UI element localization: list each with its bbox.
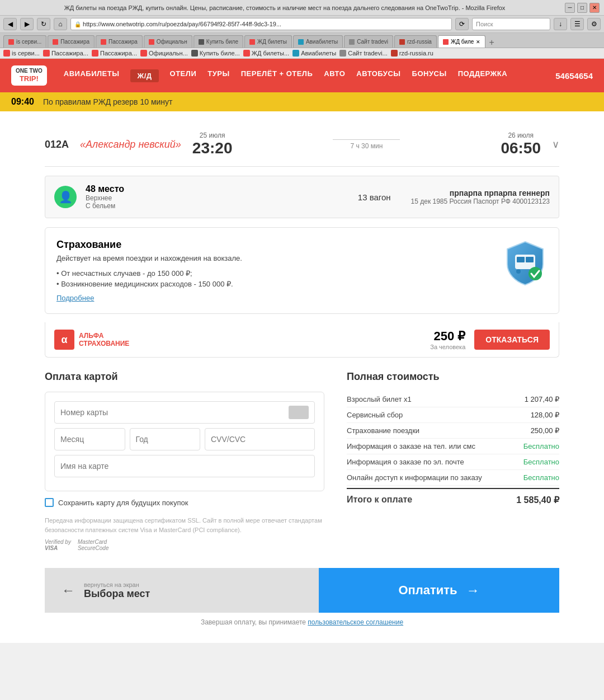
tab-3[interactable]: Пассажира <box>96 35 143 48</box>
refuse-insurance-button[interactable]: ОТКАЗАТЬСЯ <box>474 330 550 350</box>
alfa-icon: α <box>54 330 74 350</box>
alfa-logo: α АЛЬФАСТРАХОВАНИЕ <box>54 330 129 350</box>
bookmark-5[interactable]: Купить биле... <box>191 50 240 57</box>
price-summary: Полная стоимость Взрослый билет х1 1 207… <box>347 371 559 551</box>
card-number-row <box>54 401 315 424</box>
card-name-row <box>54 455 315 477</box>
tab-9[interactable]: rzd-russia <box>394 35 437 48</box>
expand-button[interactable]: ∨ <box>552 138 559 151</box>
price-val-1: 1 207,40 ₽ <box>525 395 559 403</box>
back-arrow-icon: ← <box>62 582 75 598</box>
month-input[interactable] <box>54 428 125 450</box>
bookmark-9[interactable]: rzd-russia.ru <box>391 50 433 57</box>
date-cvv-row <box>54 428 315 450</box>
pay-button[interactable]: Оплатить → <box>319 568 559 613</box>
train-arrival: 26 июля 06:50 <box>501 131 541 157</box>
nav-train[interactable]: Ж/Д <box>130 69 158 82</box>
price-val-5: Бесплатно <box>523 458 559 466</box>
tab-7[interactable]: Авиабилеты <box>293 35 343 48</box>
home-button[interactable]: ⌂ <box>54 18 67 30</box>
minimize-button[interactable]: ─ <box>565 3 575 13</box>
insurance-price: 250 ₽ За человека <box>430 329 465 350</box>
train-departure: 25 июля 23:20 <box>192 131 233 157</box>
nav-hotels[interactable]: ОТЕЛИ <box>170 69 197 82</box>
insurance-bullet-1: От несчастных случаев - до 150 000 ₽; <box>56 268 548 279</box>
logo[interactable]: ONE TWO TRIP! <box>11 65 47 86</box>
bookmark-8[interactable]: Сайт tradevi... <box>339 50 388 57</box>
price-row-6: Онлайн доступ к информации по заказу Бес… <box>347 470 559 486</box>
linen-info: С бельем <box>86 202 349 210</box>
browser-title: ЖД билеты на поезда РЖД, купить онлайн. … <box>4 4 565 11</box>
pay-arrow-icon: → <box>466 582 480 598</box>
bookmark-3[interactable]: Пассажира... <box>92 50 137 57</box>
tab-5[interactable]: Купить биле <box>194 35 243 48</box>
downloads-button[interactable]: ↓ <box>554 18 567 30</box>
timer-message: По правилам РЖД резерв 10 минут <box>43 97 173 106</box>
svg-rect-2 <box>526 257 534 262</box>
price-row-2: Сервисный сбор 128,00 ₽ <box>347 407 559 423</box>
payment-left: Оплата картой <box>45 371 324 551</box>
security-logos: Verified byVISA MasterCardSecureCode <box>45 539 324 551</box>
back-text: вернуться на экран Выбора мест <box>84 581 150 600</box>
search-bar[interactable]: Поиск <box>472 18 550 30</box>
train-name: «Александр невский» <box>80 139 181 151</box>
new-tab-button[interactable]: + <box>489 37 494 48</box>
nav-car[interactable]: АВТО <box>324 69 345 82</box>
cvv-input[interactable] <box>205 428 315 450</box>
price-row-4: Информация о заказе на тел. или смс Бесп… <box>347 439 559 454</box>
card-name-input[interactable] <box>54 455 315 477</box>
save-card-checkbox[interactable] <box>45 498 54 507</box>
nav-flights[interactable]: АВИАБИЛЕТЫ <box>64 69 120 82</box>
passenger-name: прпарпа прпарпа геннерп <box>411 189 550 198</box>
tab-4[interactable]: Официальн <box>144 35 192 48</box>
close-button[interactable]: ✕ <box>589 3 600 13</box>
bookmark-6[interactable]: ЖД билеты... <box>243 50 289 57</box>
menu-button[interactable]: ☰ <box>570 18 584 30</box>
save-card-label: Сохранить карту для будущих покупок <box>58 499 188 507</box>
price-label-5: Информация о заказе по эл. почте <box>347 458 464 466</box>
price-val-4: Бесплатно <box>523 442 559 450</box>
price-val-3: 250,00 ₽ <box>531 426 559 435</box>
passenger-card: 👤 48 место Верхнее С бельем 13 вагон прп… <box>45 176 559 218</box>
address-bar[interactable]: 🔒 https://www.onetwotrip.com/ru/poezda/p… <box>70 18 452 30</box>
total-label: Итого к оплате <box>347 495 412 505</box>
refresh-button[interactable]: ↻ <box>37 18 50 30</box>
wagon-number: 13 вагон <box>358 192 391 202</box>
tab-10-active[interactable]: ЖД биле ✕ <box>438 35 486 48</box>
main-content: 012А «Александр невский» 25 июля 23:20 7… <box>0 111 604 643</box>
nav-tours[interactable]: ТУРЫ <box>207 69 229 82</box>
forward-nav-button[interactable]: ▶ <box>20 18 34 30</box>
nav-bonus[interactable]: БОНУСЫ <box>412 69 447 82</box>
mastercard-logo: MasterCardSecureCode <box>78 539 109 551</box>
nav-bus[interactable]: АВТОБУСЫ <box>356 69 400 82</box>
bookmark-7[interactable]: Авиабилеты <box>292 50 336 57</box>
tab-2[interactable]: Пассажира <box>48 35 95 48</box>
back-nav-button[interactable]: ◀ <box>3 18 17 30</box>
bottom-bar: ← вернуться на экран Выбора мест Оплатит… <box>45 568 559 613</box>
insurance-details-link[interactable]: Подробнее <box>56 294 548 302</box>
insurance-subtitle: Действует на время поездки и нахождения … <box>56 254 548 262</box>
nav-flight-hotel[interactable]: ПЕРЕЛЁТ + ОТЕЛЬ <box>241 69 313 82</box>
reload-button[interactable]: ⟳ <box>455 18 469 30</box>
back-sub-text: вернуться на экран <box>84 581 150 588</box>
timer-value: 09:40 <box>11 97 34 107</box>
bookmark-1[interactable]: is серви... <box>3 50 40 57</box>
tools-button[interactable]: ⚙ <box>587 18 601 30</box>
maximize-button[interactable]: □ <box>577 3 587 13</box>
bookmark-4[interactable]: Официальн... <box>140 50 188 57</box>
back-button[interactable]: ← вернуться на экран Выбора мест <box>45 568 319 613</box>
price-row-1: Взрослый билет х1 1 207,40 ₽ <box>347 392 559 407</box>
nav-support[interactable]: ПОДДЕРЖКА <box>458 69 508 82</box>
tab-1[interactable]: is серви... <box>3 35 46 48</box>
card-number-field-wrapper[interactable] <box>54 401 315 424</box>
browser-titlebar: ЖД билеты на поезда РЖД, купить онлайн. … <box>0 0 604 16</box>
tab-6[interactable]: ЖД билеты <box>244 35 292 48</box>
card-number-input[interactable] <box>60 408 284 417</box>
bookmark-2[interactable]: Пассажира... <box>43 50 88 57</box>
total-value: 1 585,40 ₽ <box>516 495 559 505</box>
arrive-date: 26 июля <box>501 131 541 139</box>
year-input[interactable] <box>130 428 201 450</box>
tab-8[interactable]: Сайт tradevi <box>344 35 393 48</box>
user-agreement-link[interactable]: пользовательское соглашение <box>308 618 403 626</box>
pay-label: Оплатить <box>398 583 457 598</box>
